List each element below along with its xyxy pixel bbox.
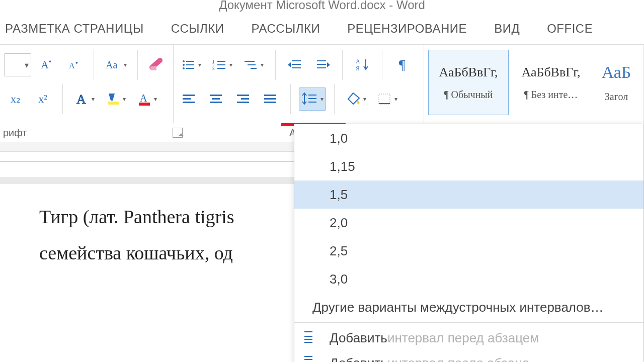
dialog-launcher-icon[interactable] — [173, 128, 183, 138]
separator — [94, 50, 94, 80]
svg-point-12 — [183, 64, 185, 66]
label-prefix: Добавить — [330, 355, 387, 363]
show-marks-icon[interactable]: ¶ — [390, 53, 414, 76]
tab-view[interactable]: ВИД — [494, 22, 520, 36]
label-prefix: Добавить — [330, 330, 387, 346]
style-preview: АаБ — [602, 63, 631, 82]
svg-rect-38 — [210, 102, 222, 103]
svg-rect-15 — [186, 68, 194, 69]
line-spacing-button[interactable]: ▾ — [299, 87, 326, 111]
svg-rect-34 — [183, 98, 191, 100]
grow-font-icon[interactable]: A▴ — [35, 53, 58, 76]
align-center-icon[interactable] — [205, 87, 228, 111]
svg-text:A: A — [76, 92, 86, 107]
svg-rect-19 — [217, 64, 225, 65]
tab-review[interactable]: РЕЦЕНЗИРОВАНИЕ — [347, 22, 467, 36]
font-color-icon[interactable]: A▾ — [133, 87, 160, 111]
group-font: ▾ A▴ A▾ Aa▾ x₂ x² A▾ ▾ — [0, 45, 174, 123]
spacing-add-after[interactable]: Добавить интервал после абзаца — [294, 352, 643, 362]
separator — [62, 84, 63, 114]
separator — [290, 84, 291, 114]
svg-point-10 — [183, 60, 185, 62]
svg-rect-44 — [264, 102, 276, 103]
svg-rect-9 — [139, 103, 150, 106]
spacing-add-before[interactable]: Добавить интервал перед абзацем — [294, 324, 643, 352]
align-right-icon[interactable] — [232, 87, 255, 111]
tab-references[interactable]: ССЫЛКИ — [171, 22, 224, 36]
spacing-option[interactable]: 1,15 — [294, 152, 643, 180]
svg-point-14 — [183, 67, 185, 69]
spacing-option[interactable]: 1,0 — [294, 124, 643, 152]
svg-rect-33 — [183, 95, 195, 96]
svg-text:A: A — [140, 93, 147, 104]
style-heading[interactable]: АаБ Загол — [593, 50, 639, 115]
multilevel-list-icon[interactable]: ▾ — [240, 53, 267, 76]
svg-text:▴: ▴ — [49, 58, 51, 63]
svg-rect-43 — [264, 98, 276, 100]
svg-rect-47 — [308, 102, 316, 103]
spacing-option[interactable]: 2,5 — [294, 237, 643, 265]
line-spacing-menu: 1,0 1,15 1,5 2,0 2,5 3,0 Другие варианты… — [294, 124, 644, 362]
svg-text:Aa: Aa — [106, 59, 117, 70]
shrink-font-icon[interactable]: A▾ — [62, 53, 86, 76]
spacing-more[interactable]: Другие варианты междустрочных интервалов… — [294, 293, 643, 321]
style-normal[interactable]: АаБбВвГг, ¶ Обычный — [428, 50, 509, 115]
tab-mailings[interactable]: РАССЫЛКИ — [252, 22, 320, 36]
numbering-icon[interactable]: 123▾ — [209, 53, 236, 76]
increase-indent-icon[interactable] — [311, 53, 334, 76]
ribbon-tabs: РАЗМЕТКА СТРАНИЦЫ ССЫЛКИ РАССЫЛКИ РЕЦЕНЗ… — [0, 13, 644, 44]
superscript-icon[interactable]: x² — [31, 87, 54, 111]
window-title: Документ Microsoft Word.docx - Word — [0, 0, 644, 13]
bullets-icon[interactable]: ▾ — [178, 53, 205, 76]
group-font-launcher[interactable]: рифт — [0, 124, 186, 141]
svg-rect-13 — [186, 64, 194, 65]
label-suffix: интервал перед абзацем — [387, 330, 539, 346]
spacing-option[interactable]: 2,0 — [294, 209, 643, 237]
svg-rect-30 — [317, 67, 326, 68]
clear-formatting-icon[interactable] — [146, 53, 169, 76]
svg-text:А: А — [356, 58, 360, 65]
svg-rect-17 — [217, 61, 225, 62]
text-effects-icon[interactable]: A▾ — [71, 87, 98, 111]
decrease-indent-icon[interactable] — [284, 53, 307, 76]
style-preview: АаБбВвГг, — [439, 65, 498, 80]
spacing-option[interactable]: 1,5 — [294, 180, 643, 209]
borders-icon[interactable]: ▾ — [374, 87, 401, 111]
group-paragraph: ▾ 123▾ ▾ АЯ ¶ — [174, 45, 424, 123]
svg-rect-28 — [317, 60, 326, 61]
add-space-before-icon — [301, 330, 317, 346]
svg-rect-53 — [304, 342, 312, 343]
svg-rect-42 — [264, 95, 276, 96]
svg-rect-37 — [212, 98, 220, 100]
align-left-icon[interactable] — [178, 87, 201, 111]
sort-icon[interactable]: АЯ — [351, 53, 374, 76]
justify-icon[interactable] — [259, 87, 282, 111]
style-label: Загол — [605, 91, 628, 103]
change-case-icon[interactable]: Aa▾ — [102, 53, 129, 76]
label-suffix: интервал после абзаца — [387, 355, 530, 363]
svg-rect-24 — [251, 68, 257, 69]
tab-page-layout[interactable]: РАЗМЕТКА СТРАНИЦЫ — [5, 22, 144, 36]
style-label: ¶ Обычный — [444, 89, 493, 101]
spacing-option[interactable]: 3,0 — [294, 265, 643, 293]
highlight-icon[interactable]: ▾ — [102, 87, 129, 111]
style-no-spacing[interactable]: АаБбВвГг, ¶ Без инте… — [511, 50, 591, 115]
svg-rect-27 — [292, 67, 301, 68]
svg-text:A: A — [69, 61, 75, 70]
tab-office[interactable]: OFFICE — [547, 22, 593, 36]
svg-rect-51 — [304, 336, 312, 337]
svg-rect-48 — [379, 94, 390, 104]
svg-text:3: 3 — [212, 66, 215, 71]
svg-text:A: A — [41, 58, 49, 71]
menu-separator — [294, 322, 643, 323]
shading-icon[interactable]: ▾ — [343, 87, 370, 111]
svg-rect-36 — [210, 95, 222, 96]
subscript-icon[interactable]: x₂ — [4, 87, 27, 111]
svg-rect-39 — [237, 95, 249, 96]
svg-rect-26 — [292, 64, 301, 65]
svg-rect-22 — [245, 61, 255, 62]
svg-rect-5 — [150, 66, 156, 70]
svg-rect-41 — [237, 102, 249, 103]
svg-rect-35 — [183, 102, 195, 103]
font-size-combo[interactable]: ▾ — [4, 53, 31, 76]
